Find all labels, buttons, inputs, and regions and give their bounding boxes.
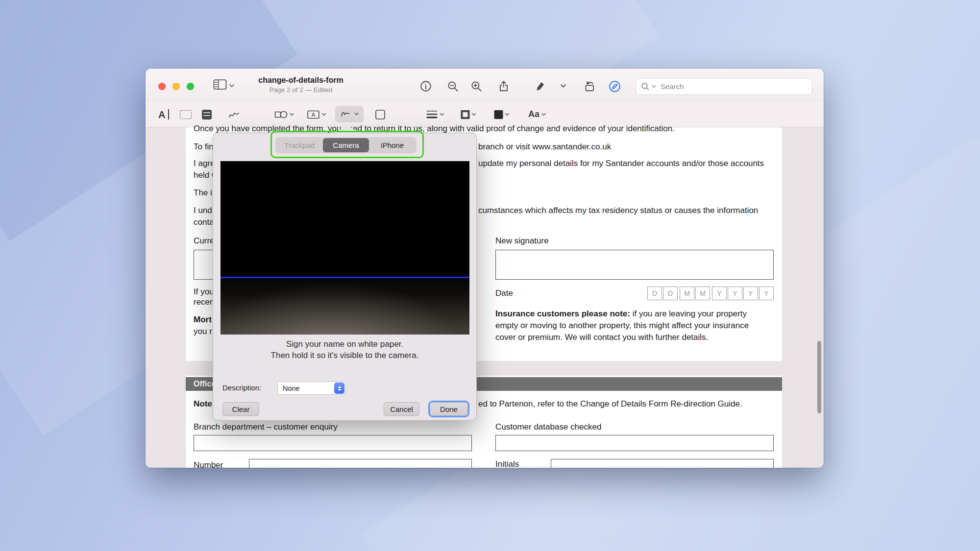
doc-text: Once you have completed the form, you ne… <box>194 124 675 134</box>
rotate-left-icon <box>583 80 596 93</box>
date-label: Date <box>495 288 513 298</box>
chevron-down-icon <box>472 113 476 116</box>
chevron-down-icon <box>440 113 444 116</box>
description-label: Description: <box>222 383 261 392</box>
fill-color-tool[interactable] <box>494 106 510 122</box>
note-tool[interactable] <box>375 106 386 122</box>
date-box: D <box>647 287 662 300</box>
search-input[interactable]: Search <box>636 78 812 95</box>
number-field <box>249 459 472 468</box>
text-box-icon: A <box>307 110 320 120</box>
svg-text:A: A <box>312 112 316 118</box>
signature-icon <box>341 110 352 119</box>
border-color-icon <box>461 110 470 119</box>
fill-color-icon <box>494 110 503 119</box>
doc-text: If you <box>194 287 214 297</box>
doc-text: Note <box>194 399 212 409</box>
search-icon <box>641 82 649 91</box>
text-box-tool[interactable]: A <box>307 106 326 122</box>
sketch-icon <box>228 110 240 120</box>
rectangular-selection-tool[interactable] <box>180 106 192 122</box>
window-title-block: change-of-details-form Page 2 of 2 — Edi… <box>222 76 379 94</box>
doc-text: branch or visit www.santander.co.uk <box>478 142 611 152</box>
chevron-down-icon <box>354 113 359 116</box>
date-box: D <box>663 287 678 300</box>
note-icon <box>375 109 386 120</box>
doc-text: cumstances which affects my tax residenc… <box>478 206 758 216</box>
share-button[interactable] <box>494 79 513 94</box>
share-icon <box>497 80 510 93</box>
doc-text: The i <box>194 188 212 198</box>
description-select[interactable]: None <box>277 382 345 395</box>
text-cursor-icon <box>168 109 169 120</box>
doc-text: ed to Partenon, refer to the Change of D… <box>478 399 742 409</box>
text-style-icon: Aa <box>528 109 539 120</box>
page-title: change-of-details-form <box>222 76 379 85</box>
rotate-button[interactable] <box>580 79 599 94</box>
signature-baseline <box>220 277 469 278</box>
branch-department-field <box>194 435 472 451</box>
cancel-button[interactable]: Cancel <box>384 402 419 416</box>
preview-window: change-of-details-form Page 2 of 2 — Edi… <box>146 69 824 468</box>
line-weight-icon <box>426 110 438 119</box>
signature-popover: Trackpad Camera iPhone Sign your name on… <box>213 133 477 421</box>
chevron-down-icon <box>652 85 656 88</box>
info-icon <box>419 80 432 93</box>
zoom-in-icon <box>470 80 483 93</box>
doc-text: update my personal details for my Santan… <box>478 159 764 168</box>
text-selection-tool[interactable]: A <box>158 106 169 122</box>
text-style-tool[interactable]: Aa <box>528 106 546 122</box>
sketch-tool[interactable] <box>228 106 240 122</box>
popup-stepper-icon <box>334 383 344 394</box>
markup-toolbar-toggle[interactable] <box>605 79 624 94</box>
date-box: Y <box>712 287 727 300</box>
doc-text: recen <box>194 297 215 307</box>
sign-tool[interactable] <box>335 106 364 122</box>
highlight-menu-button[interactable] <box>559 79 567 94</box>
annotation-highlight-box <box>270 131 424 158</box>
redact-tool[interactable] <box>202 106 212 122</box>
zoom-in-button[interactable] <box>467 79 486 94</box>
initials-label: Initials <box>495 459 519 468</box>
redact-icon <box>202 110 212 120</box>
zoom-out-button[interactable] <box>443 79 462 94</box>
clear-button[interactable]: Clear <box>222 402 259 416</box>
doc-text: Mort <box>194 315 212 325</box>
done-button[interactable]: Done <box>430 402 468 416</box>
insurance-note: Insurance customers please note: if you … <box>495 309 747 319</box>
date-box: Y <box>759 287 774 300</box>
shape-style-tool[interactable] <box>426 106 444 122</box>
page-subtitle: Page 2 of 2 — Edited <box>222 86 379 94</box>
doc-text: To fin <box>194 142 214 152</box>
date-box: Y <box>728 287 742 300</box>
instruction-text: Then hold it so it's visible to the came… <box>213 351 476 360</box>
zoom-window-button[interactable] <box>187 83 194 90</box>
search-placeholder: Search <box>661 82 684 91</box>
close-button[interactable] <box>158 83 166 90</box>
customer-database-field <box>495 435 774 451</box>
branch-department-label: Branch department – customer enquiry <box>194 422 338 432</box>
chevron-down-icon <box>541 113 546 116</box>
minimize-button[interactable] <box>172 83 180 90</box>
camera-glow <box>220 276 469 335</box>
text-tool-icon: A <box>158 110 165 120</box>
info-button[interactable] <box>416 79 435 94</box>
border-color-tool[interactable] <box>461 106 476 122</box>
new-signature-label: New signature <box>495 236 549 246</box>
marker-icon <box>534 80 546 93</box>
current-signature-label: Curre <box>194 236 215 246</box>
titlebar: change-of-details-form Page 2 of 2 — Edi… <box>146 69 824 101</box>
shapes-tool[interactable] <box>274 106 294 122</box>
markup-pen-icon <box>608 80 621 93</box>
highlight-button[interactable] <box>531 79 549 94</box>
shapes-icon <box>274 110 288 120</box>
date-box: M <box>680 287 694 300</box>
chevron-down-icon <box>290 113 294 116</box>
vertical-scrollbar[interactable] <box>817 341 821 413</box>
doc-text: I und <box>194 206 212 216</box>
chevron-down-icon <box>561 84 566 88</box>
chevron-down-icon <box>505 113 510 116</box>
insurance-note: cover or premium. We will contact you wi… <box>495 333 708 342</box>
chevron-down-icon <box>322 113 326 116</box>
date-box: M <box>695 287 710 300</box>
